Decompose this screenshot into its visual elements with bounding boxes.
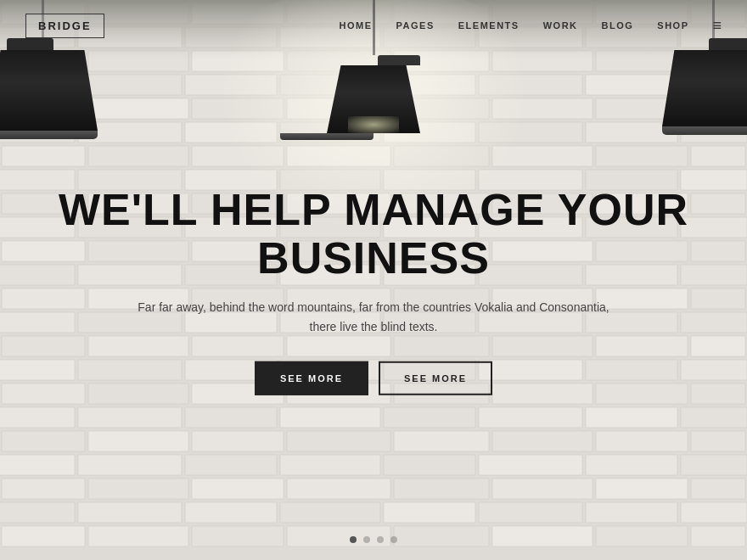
nav-elements[interactable]: ELEMENTS — [458, 20, 520, 31]
slide-dots — [350, 536, 397, 543]
slide-dot-3[interactable] — [377, 536, 384, 543]
svg-rect-145 — [2, 431, 85, 451]
lamp-top-center — [378, 55, 420, 65]
svg-rect-182 — [492, 526, 593, 546]
svg-rect-161 — [2, 479, 85, 499]
svg-rect-164 — [287, 479, 390, 499]
svg-rect-136 — [691, 384, 745, 404]
slide-dot-2[interactable] — [363, 536, 370, 543]
svg-rect-146 — [88, 431, 188, 451]
svg-rect-150 — [492, 431, 593, 451]
svg-rect-152 — [691, 431, 745, 451]
svg-rect-183 — [596, 526, 688, 546]
hero-content: WE'LL HELP MANAGE YOUR BUSINESS Far far … — [51, 186, 696, 395]
svg-rect-154 — [78, 455, 182, 475]
hero-buttons: SEE MORE SEE MORE — [51, 361, 696, 395]
nav-shop[interactable]: SHOP — [657, 20, 688, 31]
lamp-shade-left — [0, 38, 98, 139]
svg-rect-155 — [185, 455, 277, 475]
svg-rect-179 — [192, 526, 284, 546]
nav-links: HOME PAGES ELEMENTS WORK BLOG SHOP ≡ — [340, 17, 722, 35]
svg-rect-176 — [681, 502, 747, 523]
svg-rect-167 — [596, 479, 688, 499]
primary-cta-button[interactable]: SEE MORE — [255, 361, 368, 395]
lamp-glow-center — [348, 116, 399, 133]
svg-rect-149 — [394, 431, 489, 451]
svg-rect-138 — [78, 407, 182, 428]
svg-rect-174 — [479, 502, 582, 523]
svg-rect-178 — [88, 526, 188, 546]
svg-rect-157 — [384, 455, 475, 475]
nav-blog[interactable]: BLOG — [602, 20, 634, 31]
slide-dot-4[interactable] — [390, 536, 397, 543]
lamp-body-left — [0, 50, 98, 131]
svg-rect-166 — [492, 479, 593, 499]
logo[interactable]: BRIDGE — [25, 14, 104, 38]
lamp-bottom-left — [0, 131, 98, 139]
svg-rect-165 — [394, 479, 489, 499]
lamp-body-center — [327, 65, 420, 133]
hamburger-icon[interactable]: ≡ — [712, 17, 722, 35]
svg-rect-173 — [384, 502, 475, 523]
svg-rect-168 — [691, 479, 745, 499]
svg-rect-140 — [280, 407, 380, 428]
svg-rect-148 — [287, 431, 390, 451]
navbar: BRIDGE HOME PAGES ELEMENTS WORK BLOG SHO… — [0, 0, 747, 51]
svg-rect-162 — [88, 479, 188, 499]
nav-home[interactable]: HOME — [340, 20, 373, 31]
svg-rect-169 — [0, 502, 75, 523]
svg-rect-184 — [691, 526, 745, 546]
lamp-body-right — [662, 50, 747, 126]
svg-rect-177 — [2, 526, 85, 546]
svg-rect-160 — [681, 455, 747, 475]
svg-rect-137 — [0, 407, 75, 428]
svg-rect-175 — [586, 502, 677, 523]
svg-rect-142 — [479, 407, 582, 428]
slide-dot-1[interactable] — [350, 536, 357, 543]
svg-rect-120 — [691, 336, 745, 356]
svg-rect-181 — [394, 526, 489, 546]
hero-title: WE'LL HELP MANAGE YOUR BUSINESS — [51, 186, 696, 283]
svg-rect-159 — [586, 455, 677, 475]
lamp-shade-center — [327, 55, 420, 140]
svg-rect-153 — [0, 455, 75, 475]
svg-rect-156 — [280, 455, 380, 475]
svg-rect-158 — [479, 455, 582, 475]
nav-work[interactable]: WORK — [543, 20, 578, 31]
svg-rect-147 — [192, 431, 284, 451]
secondary-cta-button[interactable]: SEE MORE — [379, 361, 492, 395]
svg-rect-171 — [185, 502, 277, 523]
svg-rect-151 — [596, 431, 688, 451]
lamp-shade-right — [662, 38, 747, 135]
hero-subtitle: Far far away, behind the word mountains,… — [127, 298, 620, 336]
svg-rect-139 — [185, 407, 277, 428]
lamp-bottom-center — [280, 133, 374, 140]
svg-rect-172 — [280, 502, 380, 523]
svg-rect-144 — [681, 407, 747, 428]
svg-rect-141 — [384, 407, 475, 428]
svg-rect-143 — [586, 407, 677, 428]
svg-rect-163 — [192, 479, 284, 499]
svg-rect-104 — [691, 288, 745, 309]
nav-pages[interactable]: PAGES — [396, 20, 435, 31]
svg-rect-170 — [78, 502, 182, 523]
lamp-bottom-right — [662, 126, 747, 135]
